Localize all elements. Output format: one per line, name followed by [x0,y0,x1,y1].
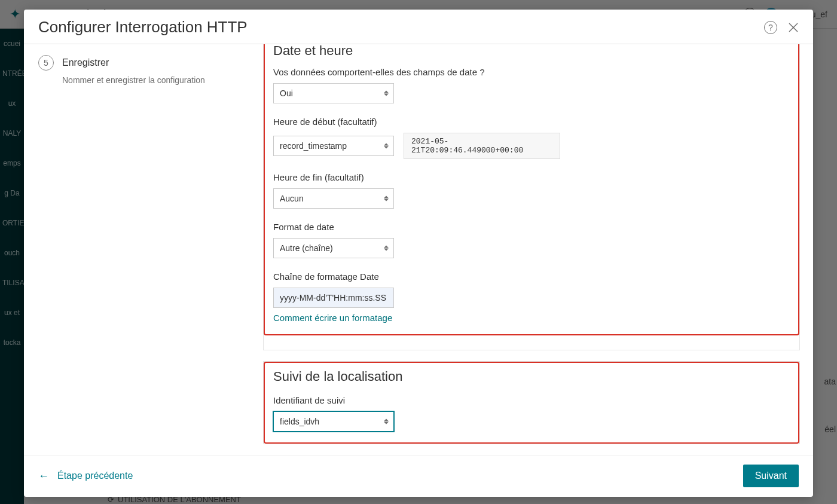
bg-sidebar-item: tocka [0,328,24,358]
bg-sidebar-item: g Da [0,178,24,208]
end-time-label: Heure de fin (facultatif) [273,172,790,182]
section-date-title: Date et heure [273,44,790,59]
select-value: Aucun [280,194,304,203]
caret-icon [384,91,389,96]
steps-column: 5 Enregistrer Nommer et enregistrer la c… [24,44,263,456]
format-chain-input[interactable]: yyyy-MM-dd'T'HH:mm:ss.SS [273,288,394,308]
modal-body: 5 Enregistrer Nommer et enregistrer la c… [24,44,813,456]
form-column: Date et heure Vos données comportent-ell… [263,44,813,456]
bg-logo-icon: ✦ [10,7,20,22]
bg-right-strip: éel [824,424,836,434]
bg-sidebar-item: ccuei [0,29,24,59]
arrow-left-icon: ← [38,470,49,482]
has-date-fields-select[interactable]: Oui [273,83,394,103]
bg-sidebar-item: ux [0,88,24,118]
section-tracking-title: Suivi de la localisation [273,369,790,384]
date-format-label: Format de date [273,222,790,232]
select-value: Autre (chaîne) [280,243,333,253]
start-time-label: Heure de début (facultatif) [273,117,790,127]
bg-sidebar: ccuei NTRÉE ux NALY emps g Da ORTIE ouch… [0,29,24,504]
select-value: record_timestamp [280,141,347,151]
track-id-label: Identifiant de suivi [273,395,790,405]
caret-icon [384,196,389,201]
step-row: 5 Enregistrer [38,55,249,71]
date-time-panel: Date et heure Vos données comportent-ell… [263,44,800,350]
start-time-select[interactable]: record_timestamp [273,136,394,156]
date-time-highlight: Date et heure Vos données comportent-ell… [264,44,799,335]
start-time-preview: 2021-05-21T20:09:46.449000+00:00 [404,133,560,159]
tracking-highlight: Suivi de la localisation Identifiant de … [264,362,799,444]
bg-sidebar-item: emps [0,148,24,178]
modal-title: Configurer Interrogation HTTP [38,18,248,36]
modal-header: Configurer Interrogation HTTP ? [24,10,813,44]
date-format-select[interactable]: Autre (chaîne) [273,238,394,258]
previous-step-label: Étape précédente [57,471,133,481]
bg-sidebar-item: NALY [0,118,24,148]
bg-sidebar-item: ux et [0,298,24,328]
modal-footer: ← Étape précédente Suivant [24,456,813,497]
close-icon[interactable] [788,22,799,33]
track-id-select[interactable]: fields_idvh [273,411,394,432]
step-description: Nommer et enregistrer la configuration [62,75,249,85]
input-value: yyyy-MM-dd'T'HH:mm:ss.SS [280,293,386,303]
bg-sidebar-item: ORTIE [0,208,24,238]
format-help-link[interactable]: Comment écrire un formatage [273,313,392,323]
tracking-panel: Suivi de la localisation Identifiant de … [263,361,800,444]
caret-icon [384,419,389,424]
step-title: Enregistrer [62,57,109,68]
step-number-circle: 5 [38,55,54,71]
select-value: Oui [280,88,293,98]
has-date-fields-label: Vos données comportent-elles des champs … [273,67,790,77]
format-chain-label: Chaîne de formatage Date [273,271,790,282]
next-button[interactable]: Suivant [743,465,799,487]
help-icon[interactable]: ? [764,21,777,34]
caret-icon [384,143,389,149]
bg-sidebar-item: ouch [0,238,24,268]
bg-sidebar-item: TILISA [0,268,24,298]
select-value: fields_idvh [280,417,319,426]
bg-right-strip: ata [824,377,836,386]
caret-icon [384,246,389,251]
previous-step-link[interactable]: ← Étape précédente [38,470,133,482]
end-time-select[interactable]: Aucun [273,188,394,209]
modal-configure-http-poller: Configurer Interrogation HTTP ? 5 Enregi… [24,10,813,497]
bg-sidebar-item: NTRÉE [0,59,24,88]
